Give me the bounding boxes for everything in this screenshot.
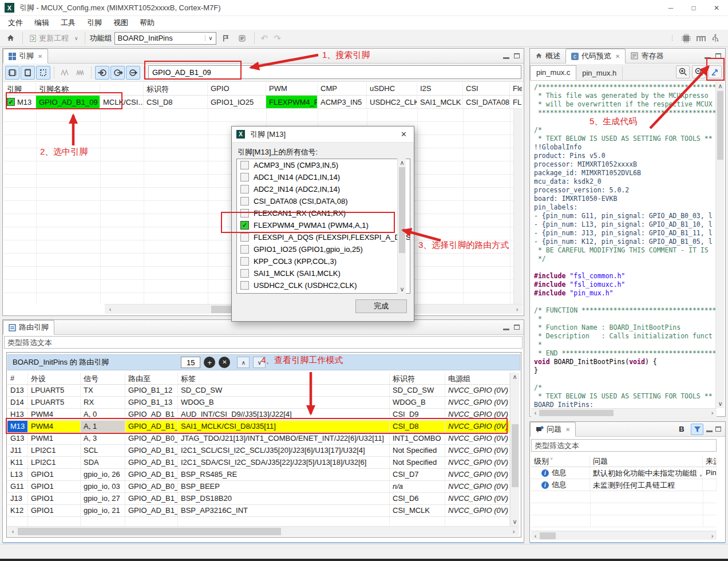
cell-power-group[interactable]: NVCC_GPIO (0V) [445,457,510,468]
panel-minimize-icon[interactable] [705,57,711,59]
cell-power-group[interactable]: NVCC_GPIO (0V) [445,493,510,504]
redo-button[interactable]: ↷ [272,32,283,45]
column-header[interactable]: 标识符 [390,373,445,384]
menu-item[interactable]: 视图 [108,17,134,29]
signal-checkbox[interactable] [240,233,249,242]
cell-power-group[interactable]: NVCC_GPIO (0V) [445,409,510,420]
pin-view-button-3[interactable] [36,66,50,80]
panel-maximize-icon[interactable] [514,53,520,58]
update-project-dropdown[interactable]: ∨ [73,34,80,42]
signal-checkbox[interactable] [240,245,249,254]
scrollbar-thumb[interactable] [717,91,723,160]
column-header[interactable]: 问题 [590,455,703,467]
cell-route-to[interactable]: GPIO_AD_B1_08 [125,409,178,420]
scroll-down-icon[interactable]: ∨ [511,517,519,526]
cell-signal[interactable]: A, 1 [81,421,125,432]
move-up-button[interactable]: ∧ [237,357,250,368]
column-header[interactable]: CSI [463,83,510,95]
menu-item[interactable]: 文件 [2,17,29,29]
scroll-down-icon[interactable]: ∨ [398,285,406,294]
cell-peripheral[interactable]: GPIO1 [28,493,81,504]
signal-list-item[interactable]: ADC1_IN14 (ADC1,IN,14) [237,171,410,183]
cell-signal[interactable]: A, 0 [81,409,125,420]
scrollbar-thumb[interactable] [540,532,556,539]
signal-list-item[interactable]: FLEXCAN1_RX (CAN1,RX) [237,207,410,219]
cell-pin[interactable]: J11 [7,445,28,456]
pins-vertical-scrollbar[interactable] [513,109,523,304]
pin-pwm-cell[interactable]: FLEXPWM4_P... [266,96,318,108]
dialog-title-bar[interactable]: X 引脚 [M13] ✕ [232,127,414,143]
home-button[interactable] [3,31,18,45]
scroll-left-icon[interactable]: ‹ [531,532,540,540]
column-header[interactable]: 电源组 [445,373,510,384]
cell-identifier[interactable]: CSI_D8 [390,421,445,432]
route-filter-button-3[interactable] [126,66,140,80]
problems-horizontal-scrollbar[interactable]: ‹ › [531,531,717,540]
cell-route-to[interactable]: GPIO_AD_B1_11 [125,493,178,504]
export-code-button[interactable] [708,65,722,78]
cell-peripheral[interactable]: PWM4 [28,421,81,432]
tab-pins[interactable]: 引脚✕ [3,49,48,64]
routed-pin-row[interactable]: K12 GPIO1 gpio_io, 21 GPIO_AD_B1_05 BSP_… [7,505,510,517]
cell-peripheral[interactable]: LPUART5 [28,385,81,396]
column-header[interactable]: 来源 [703,455,717,467]
signal-checkbox[interactable] [240,185,249,193]
column-header[interactable]: Fle [510,83,523,95]
pin-view-button-2[interactable] [21,66,35,80]
tab-overview[interactable]: 概述 [530,49,565,63]
pin-name-cell[interactable]: GPIO_AD_B1_09 [36,96,100,108]
usb-icon[interactable] [712,34,719,43]
tab-code-preview[interactable]: c 代码预览✕ [565,49,626,64]
column-header[interactable]: 引脚 [4,83,36,95]
routing-view-icon[interactable] [697,34,707,42]
column-header[interactable]: CMP [318,83,367,95]
menu-item[interactable]: 引脚 [81,17,108,29]
scroll-right-icon[interactable]: › [509,527,518,536]
column-header[interactable]: 引脚名称 [36,83,100,95]
code-editor[interactable]: /***************************************… [531,82,717,408]
scroll-left-icon[interactable]: ‹ [106,305,114,314]
signal-checkbox[interactable] [240,161,249,169]
cell-signal[interactable]: gpio_io, 26 [81,469,125,480]
pin-view-button-1[interactable] [5,66,19,80]
scrollbar-thumb[interactable] [399,167,405,253]
signal-checkbox[interactable] [240,173,249,181]
routed-pin-row[interactable]: J11 LPI2C1 SCL GPIO_AD_B1_00 I2C1_SCL/CS… [7,445,510,457]
problem-text[interactable]: 未监测到任何工具链工程 [590,479,703,491]
package-view-icon[interactable] [681,34,691,43]
cell-peripheral[interactable]: LPI2C1 [28,457,81,468]
menu-item[interactable]: 帮助 [134,17,160,29]
panel-maximize-icon[interactable] [514,325,520,330]
problem-source[interactable]: Pins [703,467,717,479]
cell-signal[interactable]: RX [81,397,125,408]
cell-power-group[interactable]: NVCC_GPIO (0V) [445,385,510,396]
cell-identifier[interactable]: CSI_D9 [390,409,445,420]
cell-label[interactable]: SD_CD_SW [178,385,390,396]
panel-minimize-icon[interactable] [503,57,509,59]
routed-pin-row[interactable]: D13 LPUART5 TX GPIO_B1_12 SD_CD_SW SD_CD… [7,385,510,397]
routed-horizontal-scrollbar[interactable]: ‹ › [7,526,519,536]
done-button[interactable]: 完成 [355,299,407,313]
cell-pin[interactable]: K11 [7,457,28,468]
menu-item[interactable]: 工具 [55,17,81,29]
cell-label[interactable]: BSP_AP3216C_INT [178,505,390,516]
routed-pin-row[interactable]: M13 PWM4 A, 1 GPIO_AD_B1_09 SAI1_MCLK/CS… [7,421,510,433]
column-header[interactable]: I2S [417,83,463,95]
cell-signal[interactable]: gpio_io, 03 [81,481,125,492]
signal-list-item[interactable]: ACMP3_IN5 (CMP3,IN,5) [237,159,410,171]
signal-list-item[interactable]: FLEXPWM4_PWMA1 (PWM4,A,1) [237,219,410,231]
signal-list-item[interactable]: KPP_COL3 (KPP,COL,3) [237,255,410,267]
cell-label[interactable]: BSP_DS18B20 [178,493,390,504]
cell-pin[interactable]: D14 [7,397,28,408]
undo-button[interactable]: ↶ [259,32,270,45]
delete-row-button[interactable]: ✕ [219,357,230,368]
cell-pin[interactable]: M13 [7,421,28,432]
signal-list-item[interactable]: USDHC2_CLK (USDHC2,CLK) [237,279,410,291]
tab-pin-mux-h[interactable]: pin_mux.h [576,66,623,80]
signal-checkbox[interactable] [240,257,249,266]
signal-checkbox[interactable] [240,281,249,290]
row-count-input[interactable] [181,357,200,368]
routed-pin-row[interactable]: H13 PWM4 A, 0 GPIO_AD_B1_08 AUD_INT/CSI_… [7,409,510,421]
functional-group-select[interactable]: BOARD_InitPins∨ [114,32,216,45]
scroll-right-icon[interactable]: › [708,409,717,417]
